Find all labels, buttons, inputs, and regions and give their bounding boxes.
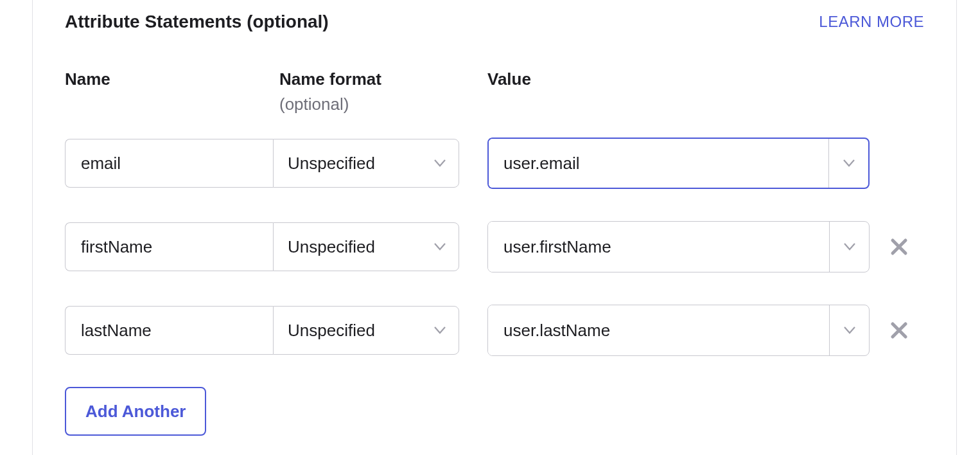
- value-combobox[interactable]: [487, 221, 870, 272]
- name-format-value: Unspecified: [288, 237, 375, 257]
- attribute-row: Unspecified: [65, 305, 924, 356]
- attribute-name-input[interactable]: [65, 139, 273, 188]
- attribute-row: Unspecified: [65, 221, 924, 272]
- attribute-name-input[interactable]: [65, 222, 273, 271]
- value-dropdown-toggle[interactable]: [829, 222, 869, 272]
- name-format-select[interactable]: Unspecified: [273, 222, 459, 271]
- name-format-select[interactable]: Unspecified: [273, 306, 459, 355]
- attribute-value-input[interactable]: [488, 222, 829, 272]
- chevron-down-icon: [434, 326, 446, 334]
- value-dropdown-toggle[interactable]: [829, 305, 869, 355]
- attribute-name-input[interactable]: [65, 306, 273, 355]
- chevron-down-icon: [434, 159, 446, 167]
- add-another-button[interactable]: Add Another: [65, 387, 206, 436]
- value-combobox[interactable]: [487, 138, 870, 189]
- column-format-subheading: (optional): [279, 94, 487, 114]
- attribute-row: Unspecified: [65, 138, 924, 189]
- attribute-statements-card: Attribute Statements (optional) LEARN MO…: [32, 0, 957, 455]
- remove-row-button[interactable]: [888, 235, 911, 258]
- name-format-select[interactable]: Unspecified: [273, 139, 459, 188]
- close-icon: [889, 237, 909, 256]
- chevron-down-icon: [844, 243, 855, 251]
- close-icon: [889, 321, 909, 340]
- name-format-value: Unspecified: [288, 154, 375, 174]
- remove-row-button[interactable]: [888, 319, 911, 342]
- value-combobox[interactable]: [487, 305, 870, 356]
- learn-more-link[interactable]: LEARN MORE: [819, 13, 924, 31]
- section-header: Attribute Statements (optional) LEARN MO…: [65, 12, 924, 32]
- columns-header: Name Name format (optional) Value: [65, 69, 924, 114]
- column-name-heading: Name: [65, 69, 279, 89]
- attribute-value-input[interactable]: [489, 139, 828, 188]
- name-format-value: Unspecified: [288, 321, 375, 341]
- chevron-down-icon: [434, 243, 446, 251]
- attribute-rows: UnspecifiedUnspecifiedUnspecified: [65, 138, 924, 356]
- chevron-down-icon: [844, 326, 855, 334]
- column-format-heading: Name format: [279, 69, 487, 89]
- chevron-down-icon: [843, 159, 855, 167]
- attribute-value-input[interactable]: [488, 305, 829, 355]
- section-title: Attribute Statements (optional): [65, 12, 329, 32]
- column-value-heading: Value: [487, 69, 870, 89]
- value-dropdown-toggle[interactable]: [828, 139, 868, 188]
